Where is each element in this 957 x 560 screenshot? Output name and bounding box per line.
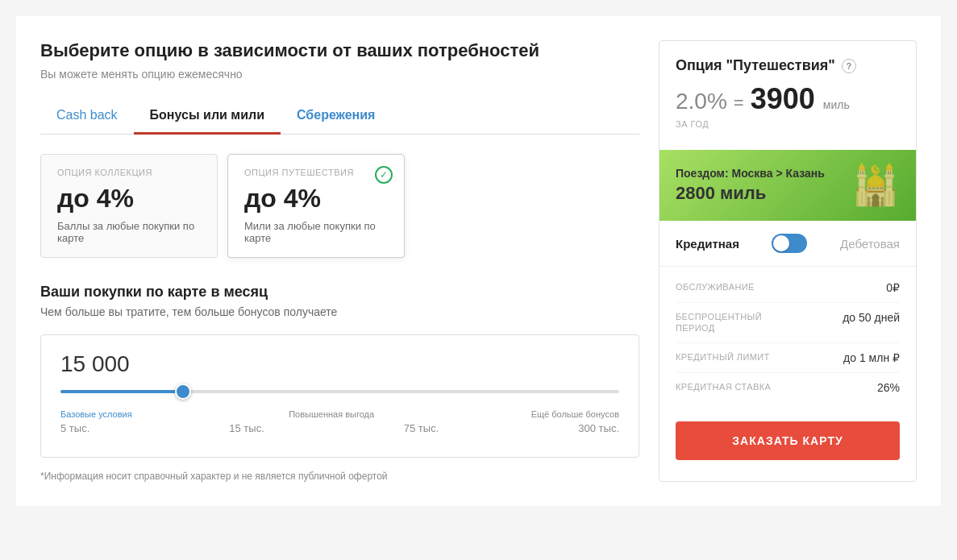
options-row: ОПЦИЯ КОЛЛЕКЦИЯ до 4% Баллы за любые пок… <box>40 154 639 258</box>
page-subtitle: Вы можете менять опцию ежемесячно <box>40 68 639 81</box>
info-value-limit: до 1 млн ₽ <box>843 351 900 364</box>
section-label-2: Ещё больше бонусов <box>531 409 619 419</box>
mark-0: 5 тыс. <box>60 422 89 434</box>
info-value-grace: до 50 дней <box>843 311 900 324</box>
right-option-name: Опция "Путешествия" ? <box>676 57 900 74</box>
option-travel-desc: Мили за любые покупки по карте <box>244 220 388 244</box>
page-title: Выберите опцию в зависимости от ваших по… <box>40 40 639 61</box>
order-card-button[interactable]: ЗАКАЗАТЬ КАРТУ <box>676 421 900 460</box>
left-panel: Выберите опцию в зависимости от ваших по… <box>40 40 639 482</box>
slider-numbers-row: 5 тыс. 15 тыс. 75 тыс. 300 тыс. <box>60 422 619 434</box>
slider-value: 15 000 <box>60 351 619 377</box>
slider-sections-labels: Базовые условия Повышенная выгода Ещё бо… <box>60 409 619 419</box>
option-collection-percent: до 4% <box>57 184 201 214</box>
right-option-name-text: Опция "Путешествия" <box>676 57 835 74</box>
mark-3: 300 тыс. <box>578 422 619 434</box>
info-row-service: ОБСЛУЖИВАНИЕ 0₽ <box>676 273 900 303</box>
rate-period: за год <box>676 119 900 129</box>
mark-1: 15 тыс. <box>229 422 264 434</box>
option-collection-desc: Баллы за любые покупки по карте <box>57 220 201 244</box>
rate-unit: миль <box>823 98 850 111</box>
info-value-service: 0₽ <box>886 281 900 294</box>
promo-miles: 2800 миль <box>676 183 825 204</box>
tabs-container: Cash back Бонусы или мили Сбережения <box>40 100 639 135</box>
option-card-collection[interactable]: ОПЦИЯ КОЛЛЕКЦИЯ до 4% Баллы за любые пок… <box>40 154 218 258</box>
rate-row: 2.0% = 3900 миль <box>676 82 900 116</box>
tab-cashback[interactable]: Cash back <box>40 100 134 135</box>
slider-wrapper[interactable] <box>60 390 619 393</box>
toggle-thumb <box>773 235 789 251</box>
rate-value: 3900 миль <box>751 82 850 116</box>
check-icon: ✓ <box>375 166 393 184</box>
info-row-limit: КРЕДИТНЫЙ ЛИМИТ до 1 млн ₽ <box>676 343 900 373</box>
right-header: Опция "Путешествия" ? 2.0% = 3900 миль з… <box>659 41 916 150</box>
purchases-subtitle: Чем больше вы тратите, тем больше бонусо… <box>40 305 639 318</box>
info-row-rate: КРЕДИТНАЯ СТАВКА 26% <box>676 373 900 402</box>
info-row-grace: БЕСПРОЦЕНТНЫЙ ПЕРИОД до 50 дней <box>676 303 900 343</box>
info-key-service: ОБСЛУЖИВАНИЕ <box>676 281 755 292</box>
option-travel-percent: до 4% <box>244 184 388 214</box>
toggle-label-debit: Дебетовая <box>840 237 900 251</box>
info-rows: ОБСЛУЖИВАНИЕ 0₽ БЕСПРОЦЕНТНЫЙ ПЕРИОД до … <box>659 267 916 409</box>
option-card-travel[interactable]: ✓ ОПЦИЯ ПУТЕШЕСТВИЯ до 4% Мили за любые … <box>227 154 405 258</box>
promo-text: Поездом: Москва > Казань 2800 миль <box>676 167 825 204</box>
option-collection-label: ОПЦИЯ КОЛЛЕКЦИЯ <box>57 168 201 177</box>
card-toggle-row: Кредитная Дебетовая <box>659 221 916 267</box>
rate-miles-number: 3900 <box>751 82 815 115</box>
option-travel-label: ОПЦИЯ ПУТЕШЕСТВИЯ <box>244 168 388 177</box>
right-panel: Опция "Путешествия" ? 2.0% = 3900 миль з… <box>659 40 917 482</box>
disclaimer: *Информация носит справочный характер и … <box>40 471 639 482</box>
tab-bonuses[interactable]: Бонусы или мили <box>134 100 281 135</box>
section-label-0: Базовые условия <box>60 409 132 419</box>
mark-2: 75 тыс. <box>404 422 439 434</box>
section-label-1: Повышенная выгода <box>289 409 374 419</box>
slider-container: 15 000 Базовые условия Повышенная выгода… <box>40 334 639 458</box>
mosque-icon: 🕌 <box>851 163 900 208</box>
promo-banner: Поездом: Москва > Казань 2800 миль 🕌 <box>659 150 916 221</box>
toggle-label-credit: Кредитная <box>676 237 739 251</box>
card-type-toggle[interactable] <box>772 234 807 253</box>
help-icon[interactable]: ? <box>842 59 856 73</box>
rate-percent: 2.0% <box>676 89 727 114</box>
promo-route: Поездом: Москва > Казань <box>676 167 825 180</box>
info-key-limit: КРЕДИТНЫЙ ЛИМИТ <box>676 351 770 363</box>
purchases-title: Ваши покупки по карте в месяц <box>40 284 639 301</box>
rate-equals: = <box>734 93 744 114</box>
info-key-rate: КРЕДИТНАЯ СТАВКА <box>676 381 771 392</box>
tab-savings[interactable]: Сбережения <box>281 100 391 135</box>
info-value-rate: 26% <box>877 381 900 394</box>
info-key-grace: БЕСПРОЦЕНТНЫЙ ПЕРИОД <box>676 311 772 334</box>
